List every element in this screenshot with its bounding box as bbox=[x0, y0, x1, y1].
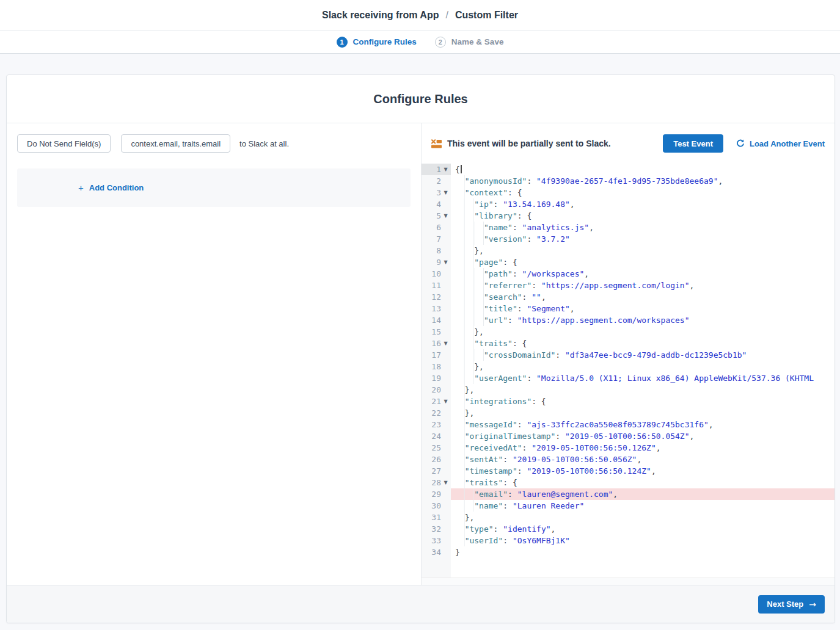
code-line: { bbox=[451, 164, 835, 175]
editor-gutter: 1▼23▼45▼6789▼10111213141516▼1718192021▼2… bbox=[422, 164, 451, 578]
horizontal-scrollbar[interactable] bbox=[422, 578, 835, 585]
breadcrumb-secondary: Custom Filter bbox=[455, 10, 518, 21]
add-condition-box: + Add Condition bbox=[17, 168, 411, 207]
code-line: "userId": "OsY6MFBj1K" bbox=[451, 535, 835, 546]
line-number: 1▼ bbox=[422, 164, 451, 175]
code-line: }, bbox=[451, 326, 835, 338]
fold-arrow-icon[interactable]: ▼ bbox=[442, 396, 449, 407]
rule-fields-button[interactable]: context.email, traits.email bbox=[121, 134, 230, 153]
code-line: "type": "identify", bbox=[451, 523, 835, 535]
next-step-button[interactable]: Next Step → bbox=[758, 595, 825, 614]
line-number: 30 bbox=[422, 500, 451, 512]
rule-row: Do Not Send Field(s) context.email, trai… bbox=[17, 134, 411, 153]
event-header: This event will be partially sent to Sla… bbox=[422, 123, 835, 164]
fold-arrow-icon[interactable]: ▼ bbox=[442, 256, 449, 268]
rule-suffix-text: to Slack at all. bbox=[239, 139, 289, 148]
step-1-label: Configure Rules bbox=[353, 37, 417, 46]
line-number: 17 bbox=[422, 349, 451, 361]
code-line: "ip": "13.54.169.48", bbox=[451, 198, 835, 210]
line-number: 23 bbox=[422, 419, 451, 430]
step-1-circle: 1 bbox=[337, 37, 348, 48]
step-2-circle: 2 bbox=[435, 37, 446, 48]
code-line: }, bbox=[451, 512, 835, 523]
line-number: 25 bbox=[422, 442, 451, 454]
step-configure-rules[interactable]: 1 Configure Rules bbox=[337, 37, 417, 48]
code-line: }, bbox=[451, 384, 835, 396]
test-event-button[interactable]: Test Event bbox=[663, 134, 723, 153]
line-number: 11 bbox=[422, 280, 451, 291]
code-line: "traits": { bbox=[451, 338, 835, 349]
editor-code-area[interactable]: {"anonymousId": "4f9390ae-2657-4fe1-9d95… bbox=[451, 164, 835, 578]
code-line: "sentAt": "2019-05-10T00:56:50.056Z", bbox=[451, 454, 835, 465]
json-editor[interactable]: 1▼23▼45▼6789▼10111213141516▼1718192021▼2… bbox=[422, 164, 835, 578]
line-number: 26 bbox=[422, 454, 451, 465]
line-number: 13 bbox=[422, 303, 451, 314]
line-number: 34 bbox=[422, 546, 451, 558]
load-another-event-label: Load Another Event bbox=[750, 139, 825, 148]
line-number: 5▼ bbox=[422, 210, 451, 222]
line-number: 24 bbox=[422, 430, 451, 442]
code-line: "search": "", bbox=[451, 291, 835, 303]
code-line-highlighted: "email": "lauren@segment.com", bbox=[451, 488, 835, 500]
fold-arrow-icon[interactable]: ▼ bbox=[442, 210, 449, 222]
rule-action-button[interactable]: Do Not Send Field(s) bbox=[17, 134, 111, 153]
code-line: "timestamp": "2019-05-10T00:56:50.124Z", bbox=[451, 465, 835, 477]
line-number: 10 bbox=[422, 268, 451, 280]
line-number: 33 bbox=[422, 535, 451, 546]
partial-filter-icon bbox=[431, 139, 442, 148]
code-line: }, bbox=[451, 245, 835, 256]
code-line: "anonymousId": "4f9390ae-2657-4fe1-9d95-… bbox=[451, 175, 835, 187]
breadcrumb-primary: Slack receiving from App bbox=[322, 10, 439, 21]
line-number: 18 bbox=[422, 361, 451, 372]
line-number: 21▼ bbox=[422, 396, 451, 407]
line-number: 22 bbox=[422, 407, 451, 419]
line-number: 9▼ bbox=[422, 256, 451, 268]
line-number: 15 bbox=[422, 326, 451, 338]
code-line: }, bbox=[451, 361, 835, 372]
line-number: 31 bbox=[422, 512, 451, 523]
event-preview-panel: This event will be partially sent to Sla… bbox=[422, 123, 835, 585]
code-line: "traits": { bbox=[451, 477, 835, 488]
line-number: 29 bbox=[422, 488, 451, 500]
line-number: 6 bbox=[422, 222, 451, 233]
event-status-message: This event will be partially sent to Sla… bbox=[447, 139, 611, 148]
code-line: "page": { bbox=[451, 256, 835, 268]
line-number: 2 bbox=[422, 175, 451, 187]
event-actions: Test Event Load Another Event bbox=[663, 134, 825, 153]
fold-arrow-icon[interactable]: ▼ bbox=[442, 187, 449, 198]
fold-arrow-icon[interactable]: ▼ bbox=[442, 477, 449, 488]
card-header: Configure Rules bbox=[7, 75, 835, 123]
line-number: 27 bbox=[422, 465, 451, 477]
step-name-and-save[interactable]: 2 Name & Save bbox=[435, 37, 504, 48]
page-title: Configure Rules bbox=[373, 92, 467, 106]
code-line: "url": "https://app.segment.com/workspac… bbox=[451, 314, 835, 326]
line-number: 16▼ bbox=[422, 338, 451, 349]
arrow-right-icon: → bbox=[809, 599, 816, 609]
line-number: 4 bbox=[422, 198, 451, 210]
step-2-label: Name & Save bbox=[451, 37, 504, 46]
line-number: 7 bbox=[422, 233, 451, 245]
text-cursor bbox=[461, 165, 462, 173]
steps-bar: 1 Configure Rules 2 Name & Save bbox=[0, 31, 840, 54]
next-step-label: Next Step bbox=[767, 599, 803, 609]
code-line: }, bbox=[451, 407, 835, 419]
line-number: 8 bbox=[422, 245, 451, 256]
line-number: 12 bbox=[422, 291, 451, 303]
code-line: "version": "3.7.2" bbox=[451, 233, 835, 245]
load-another-event-button[interactable]: Load Another Event bbox=[736, 139, 825, 148]
code-line: "library": { bbox=[451, 210, 835, 222]
line-number: 3▼ bbox=[422, 187, 451, 198]
line-number: 14 bbox=[422, 314, 451, 326]
fold-arrow-icon[interactable]: ▼ bbox=[442, 338, 449, 349]
add-condition-button[interactable]: + Add Condition bbox=[78, 183, 144, 192]
breadcrumb-separator: / bbox=[445, 10, 448, 21]
code-line: "name": "Lauren Reeder" bbox=[451, 500, 835, 512]
code-line: "userAgent": "Mozilla/5.0 (X11; Linux x8… bbox=[451, 372, 835, 384]
code-line: "originalTimestamp": "2019-05-10T00:56:5… bbox=[451, 430, 835, 442]
code-line: "integrations": { bbox=[451, 396, 835, 407]
line-number: 20 bbox=[422, 384, 451, 396]
configure-rules-card: Configure Rules Do Not Send Field(s) con… bbox=[6, 74, 835, 623]
line-number: 28▼ bbox=[422, 477, 451, 488]
fold-arrow-icon[interactable]: ▼ bbox=[442, 164, 449, 175]
rules-panel: Do Not Send Field(s) context.email, trai… bbox=[7, 123, 422, 585]
